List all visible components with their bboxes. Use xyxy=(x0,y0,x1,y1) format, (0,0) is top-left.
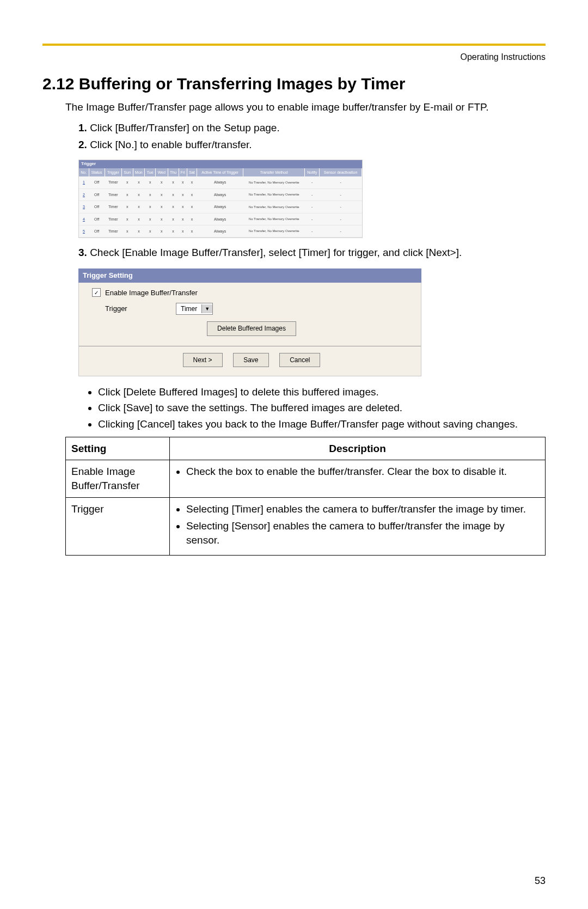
row-day: x xyxy=(145,176,156,188)
row-status: Off xyxy=(89,201,105,213)
row-day: x xyxy=(155,188,168,200)
row-trigger: Timer xyxy=(105,201,122,213)
row-transfer-method: No Transfer, No Memory Overwrite xyxy=(243,176,305,188)
col-description-header: Description xyxy=(170,437,546,460)
trigger-table-header: Trigger xyxy=(105,168,122,176)
row-day: x xyxy=(133,201,145,213)
row-no[interactable]: 5 xyxy=(79,225,89,237)
row-notify: - xyxy=(305,225,320,237)
trigger-table-row: 3OffTimerxxxxxxxAlwaysNo Transfer, No Me… xyxy=(79,201,362,213)
row-trigger: Timer xyxy=(105,188,122,200)
trigger-label: Trigger xyxy=(105,304,176,314)
row-transfer-method: No Transfer, No Memory Overwrite xyxy=(243,225,305,237)
row-day: x xyxy=(187,225,197,237)
step-3-text: Check [Enable Image Buffer/Transfer], se… xyxy=(90,247,462,258)
desc-trigger-timer: Selecting [Timer] enables the camera to … xyxy=(186,502,540,516)
table-row: Trigger Selecting [Timer] enables the ca… xyxy=(66,497,546,555)
notes-list: Click [Delete Buffered Images] to delete… xyxy=(88,385,546,431)
trigger-table-header: Tue xyxy=(145,168,156,176)
trigger-table-header: No. xyxy=(79,168,89,176)
trigger-caption: Trigger xyxy=(79,160,362,168)
row-trigger: Timer xyxy=(105,176,122,188)
row-sensor: - xyxy=(320,188,362,200)
next-button[interactable]: Next > xyxy=(183,353,223,367)
row-active: Always xyxy=(197,176,243,188)
row-day: x xyxy=(179,213,187,225)
trigger-select[interactable]: Timer ▼ xyxy=(176,303,213,315)
row-active: Always xyxy=(197,225,243,237)
trigger-setting-title: Trigger Setting xyxy=(78,269,421,283)
row-status: Off xyxy=(89,225,105,237)
row-trigger: Timer xyxy=(105,213,122,225)
trigger-table-header: Active Time of Trigger xyxy=(197,168,243,176)
trigger-table-header: Sun xyxy=(122,168,133,176)
trigger-table-header: Sat xyxy=(187,168,197,176)
row-day: x xyxy=(168,188,179,200)
desc-trigger-sensor: Selecting [Sensor] enables the camera to… xyxy=(186,519,540,547)
row-day: x xyxy=(187,188,197,200)
intro-paragraph: The Image Buffer/Transfer page allows yo… xyxy=(65,100,546,114)
trigger-table-header: Sensor deactivation xyxy=(320,168,362,176)
note-2: Click [Save] to save the settings. The b… xyxy=(98,401,546,415)
row-notify: - xyxy=(305,188,320,200)
step-1-text: Click [Buffer/Transfer] on the Setup pag… xyxy=(90,122,280,133)
row-no[interactable]: 1 xyxy=(79,176,89,188)
note-1: Click [Delete Buffered Images] to delete… xyxy=(98,385,546,399)
step-3: 3. Check [Enable Image Buffer/Transfer],… xyxy=(78,246,546,260)
row-status: Off xyxy=(89,213,105,225)
row-day: x xyxy=(187,201,197,213)
setting-enable: Enable Image Buffer/Transfer xyxy=(66,460,170,497)
col-setting-header: Setting xyxy=(66,437,170,460)
row-no[interactable]: 3 xyxy=(79,201,89,213)
row-day: x xyxy=(168,225,179,237)
row-day: x xyxy=(168,176,179,188)
row-status: Off xyxy=(89,176,105,188)
row-day: x xyxy=(145,201,156,213)
row-sensor: - xyxy=(320,176,362,188)
delete-buffered-images-button[interactable]: Delete Buffered Images xyxy=(207,321,296,335)
row-day: x xyxy=(179,188,187,200)
cancel-button[interactable]: Cancel xyxy=(279,353,320,367)
row-transfer-method: No Transfer, No Memory Overwrite xyxy=(243,201,305,213)
trigger-table-header: Status xyxy=(89,168,105,176)
row-day: x xyxy=(133,213,145,225)
trigger-table-screenshot: Trigger No.StatusTriggerSunMonTueWedThuF… xyxy=(78,160,363,238)
enable-checkbox[interactable]: ✓ xyxy=(92,288,101,297)
row-transfer-method: No Transfer, No Memory Overwrite xyxy=(243,188,305,200)
row-day: x xyxy=(133,176,145,188)
trigger-table-row: 4OffTimerxxxxxxxAlwaysNo Transfer, No Me… xyxy=(79,213,362,225)
trigger-table-row: 2OffTimerxxxxxxxAlwaysNo Transfer, No Me… xyxy=(79,188,362,200)
step-2: 2. Click [No.] to enable buffer/transfer… xyxy=(78,138,546,152)
trigger-table-row: 1OffTimerxxxxxxxAlwaysNo Transfer, No Me… xyxy=(79,176,362,188)
note-3: Clicking [Cancel] takes you back to the … xyxy=(98,417,546,431)
row-day: x xyxy=(155,201,168,213)
row-no[interactable]: 2 xyxy=(79,188,89,200)
trigger-table-header: Notify xyxy=(305,168,320,176)
row-transfer-method: No Transfer, No Memory Overwrite xyxy=(243,213,305,225)
row-day: x xyxy=(122,188,133,200)
save-button[interactable]: Save xyxy=(233,353,268,367)
row-day: x xyxy=(133,225,145,237)
page-number: 53 xyxy=(535,874,546,887)
row-no[interactable]: 4 xyxy=(79,213,89,225)
row-day: x xyxy=(145,188,156,200)
row-sensor: - xyxy=(320,213,362,225)
row-day: x xyxy=(168,213,179,225)
row-notify: - xyxy=(305,176,320,188)
row-day: x xyxy=(122,176,133,188)
enable-label: Enable Image Buffer/Transfer xyxy=(105,288,198,298)
row-day: x xyxy=(187,213,197,225)
row-sensor: - xyxy=(320,201,362,213)
trigger-table: No.StatusTriggerSunMonTueWedThuFriSatAct… xyxy=(79,168,362,238)
row-day: x xyxy=(133,188,145,200)
row-day: x xyxy=(145,213,156,225)
row-day: x xyxy=(122,201,133,213)
row-active: Always xyxy=(197,188,243,200)
row-day: x xyxy=(155,213,168,225)
row-day: x xyxy=(179,176,187,188)
row-notify: - xyxy=(305,201,320,213)
trigger-setting-panel: Trigger Setting ✓ Enable Image Buffer/Tr… xyxy=(78,269,421,376)
row-sensor: - xyxy=(320,225,362,237)
row-day: x xyxy=(179,225,187,237)
row-notify: - xyxy=(305,213,320,225)
